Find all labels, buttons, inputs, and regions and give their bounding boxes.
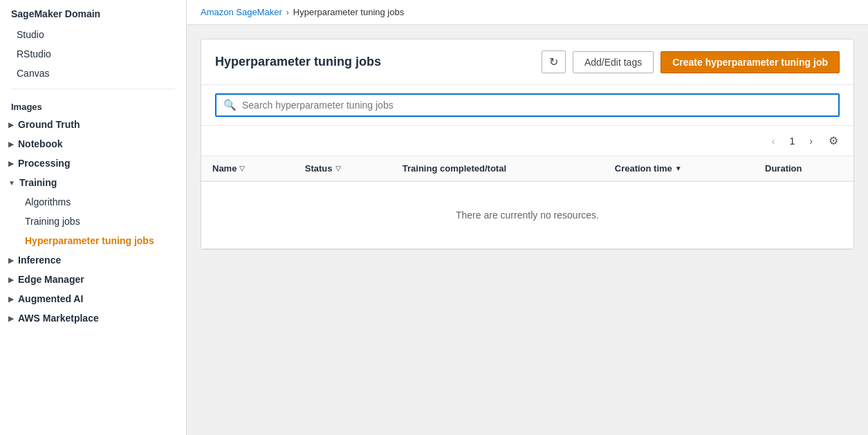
col-status-label: Status <box>305 163 333 174</box>
sidebar-item-hyperparameter-tuning-jobs[interactable]: Hyperparameter tuning jobs <box>0 231 186 250</box>
sort-icon-creation-time: ▼ <box>675 165 682 172</box>
table-body: There are currently no resources. <box>201 181 853 249</box>
sort-icon-name: ▽ <box>239 165 245 172</box>
current-page-number: 1 <box>784 133 801 149</box>
chevron-right-icon: ▶ <box>8 140 14 148</box>
sidebar-item-training[interactable]: ▼ Training <box>0 173 186 192</box>
main-card: Hyperparameter tuning jobs ↻ Add/Edit ta… <box>201 39 854 250</box>
page-title: Hyperparameter tuning jobs <box>215 55 381 69</box>
chevron-down-icon: ▼ <box>8 179 15 187</box>
search-input[interactable] <box>242 95 831 115</box>
refresh-icon: ↻ <box>549 55 558 68</box>
card-header: Hyperparameter tuning jobs ↻ Add/Edit ta… <box>201 39 853 85</box>
pagination-prev-button[interactable]: ‹ <box>766 132 782 150</box>
sidebar-images-header: Images <box>0 95 186 115</box>
sidebar-item-algorithms[interactable]: Algorithms <box>0 192 186 212</box>
sidebar-notebook-label: Notebook <box>18 138 63 149</box>
sidebar-rstudio-label: RStudio <box>17 48 51 59</box>
settings-icon: ⚙ <box>829 135 838 147</box>
sidebar-item-processing[interactable]: ▶ Processing <box>0 154 186 173</box>
refresh-button[interactable]: ↻ <box>542 50 566 73</box>
table-toolbar: ‹ 1 › ⚙ <box>201 126 853 156</box>
search-input-wrap: 🔍 <box>215 93 840 117</box>
col-duration-label: Duration <box>765 163 802 174</box>
content-area: Hyperparameter tuning jobs ↻ Add/Edit ta… <box>187 25 868 263</box>
pagination-next-button[interactable]: › <box>803 132 819 150</box>
chevron-right-icon: ▶ <box>8 295 14 303</box>
col-header-creation-time[interactable]: Creation time ▼ <box>604 156 754 181</box>
chevron-right-icon: ▶ <box>8 276 14 284</box>
sidebar-algorithms-label: Algorithms <box>25 196 71 207</box>
sidebar-training-label: Training <box>19 177 57 188</box>
sidebar-rstudio-item[interactable]: RStudio <box>0 44 186 64</box>
chevron-right-icon: ▶ <box>8 121 14 129</box>
table-wrap: Name ▽ Status ▽ Tra <box>201 156 853 249</box>
sidebar-item-inference[interactable]: ▶ Inference <box>0 250 186 270</box>
main-content: Amazon SageMaker › Hyperparameter tuning… <box>187 0 868 435</box>
chevron-right-icon: ▶ <box>8 315 14 322</box>
col-header-name[interactable]: Name ▽ <box>201 156 294 181</box>
next-icon: › <box>809 136 813 147</box>
sidebar-canvas-label: Canvas <box>17 68 49 79</box>
resources-table: Name ▽ Status ▽ Tra <box>201 156 853 249</box>
sidebar-hyperparameter-tuning-label: Hyperparameter tuning jobs <box>25 235 154 246</box>
create-hyperparameter-tuning-job-button[interactable]: Create hyperparameter tuning job <box>661 51 840 73</box>
header-actions: ↻ Add/Edit tags Create hyperparameter tu… <box>542 50 840 73</box>
sidebar-divider <box>11 89 175 89</box>
sidebar-domain-label: SageMaker Domain <box>0 0 186 25</box>
sidebar-item-aws-marketplace[interactable]: ▶ AWS Marketplace <box>0 308 186 328</box>
breadcrumb-sagemaker-link[interactable]: Amazon SageMaker <box>201 7 282 17</box>
sidebar-studio-item[interactable]: Studio <box>0 25 186 44</box>
sidebar-augmented-ai-label: Augmented AI <box>18 293 83 304</box>
search-bar: 🔍 <box>201 85 853 126</box>
sidebar-ground-truth-label: Ground Truth <box>18 119 80 130</box>
chevron-right-icon: ▶ <box>8 160 14 167</box>
breadcrumb-current-page: Hyperparameter tuning jobs <box>293 7 404 17</box>
col-name-label: Name <box>212 163 237 174</box>
sidebar-item-augmented-ai[interactable]: ▶ Augmented AI <box>0 289 186 308</box>
sidebar-edge-manager-label: Edge Manager <box>18 274 84 285</box>
col-header-duration: Duration <box>754 156 853 181</box>
breadcrumb: Amazon SageMaker › Hyperparameter tuning… <box>187 0 868 25</box>
col-header-training-completed: Training completed/total <box>391 156 604 181</box>
sidebar-inference-label: Inference <box>18 254 61 266</box>
sidebar-canvas-item[interactable]: Canvas <box>0 64 186 83</box>
sidebar-item-notebook[interactable]: ▶ Notebook <box>0 134 186 154</box>
breadcrumb-separator: › <box>286 8 289 17</box>
sidebar-processing-label: Processing <box>18 158 70 169</box>
col-training-label: Training completed/total <box>403 163 506 174</box>
table-header: Name ▽ Status ▽ Tra <box>201 156 853 181</box>
sidebar-item-training-jobs[interactable]: Training jobs <box>0 212 186 231</box>
table-settings-button[interactable]: ⚙ <box>824 131 842 150</box>
pagination-controls: ‹ 1 › ⚙ <box>766 131 842 150</box>
add-edit-tags-button[interactable]: Add/Edit tags <box>573 51 654 73</box>
empty-state-message: There are currently no resources. <box>201 181 853 249</box>
search-icon: 🔍 <box>223 99 237 111</box>
sidebar-item-ground-truth[interactable]: ▶ Ground Truth <box>0 115 186 134</box>
sidebar-studio-label: Studio <box>17 29 44 40</box>
chevron-right-icon: ▶ <box>8 257 14 264</box>
sidebar-item-edge-manager[interactable]: ▶ Edge Manager <box>0 270 186 289</box>
sort-icon-status: ▽ <box>335 165 341 172</box>
sidebar: SageMaker Domain Studio RStudio Canvas I… <box>0 0 187 435</box>
col-creation-time-label: Creation time <box>615 163 672 174</box>
sidebar-aws-marketplace-label: AWS Marketplace <box>18 313 99 324</box>
empty-state-row: There are currently no resources. <box>201 181 853 249</box>
prev-icon: ‹ <box>772 136 775 147</box>
col-header-status[interactable]: Status ▽ <box>294 156 391 181</box>
sidebar-training-jobs-label: Training jobs <box>25 216 80 227</box>
